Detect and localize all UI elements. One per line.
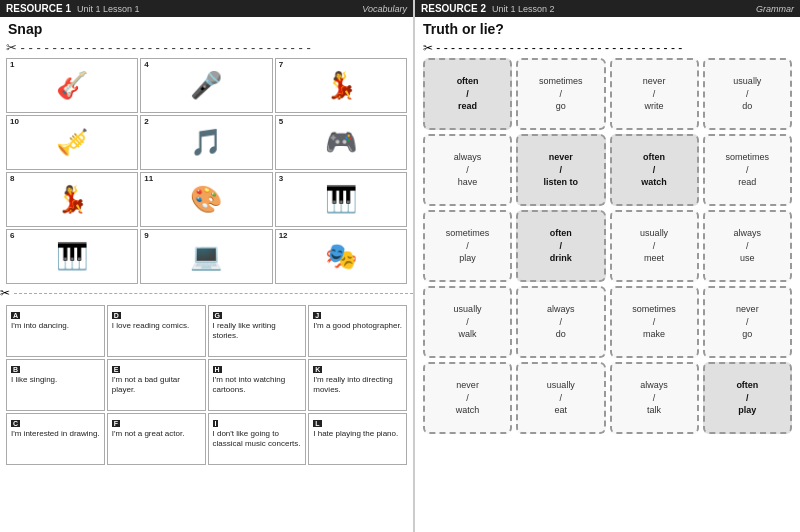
cell-number: 9 bbox=[144, 231, 148, 240]
snap-cell: 10🎺 bbox=[6, 115, 138, 170]
truth-cell: usually/walk bbox=[423, 286, 512, 358]
snap-grid: 1🎸4🎤7💃10🎺2🎵5🎮8💃11🎨3🎹6🎹9💻12🎭 bbox=[0, 56, 413, 286]
snap-cell: 4🎤 bbox=[140, 58, 272, 113]
right-page: RESOURCE 2 Unit 1 Lesson 2 Grammar Truth… bbox=[415, 0, 800, 532]
left-page: RESOURCE 1 Unit 1 Lesson 1 Vocabulary Sn… bbox=[0, 0, 415, 532]
snap-cell: 5🎮 bbox=[275, 115, 407, 170]
sentence-letter: K bbox=[313, 366, 322, 373]
truth-cell: often/read bbox=[423, 58, 512, 130]
truth-cell: usually/eat bbox=[516, 362, 605, 434]
cell-illustration: 🎨 bbox=[186, 180, 226, 220]
sentence-letter: F bbox=[112, 420, 120, 427]
sentence-cell: EI'm not a bad guitar player. bbox=[107, 359, 206, 411]
truth-cell-text: usually/eat bbox=[547, 379, 575, 417]
truth-cell-text: usually/meet bbox=[640, 227, 668, 265]
sentence-cell: KI'm really into directing movies. bbox=[308, 359, 407, 411]
truth-cell: often/play bbox=[703, 362, 792, 434]
cell-illustration: 🎵 bbox=[186, 123, 226, 163]
snap-cell: 9💻 bbox=[140, 229, 272, 284]
sentence-cell: JI'm a good photographer. bbox=[308, 305, 407, 357]
truth-cell-text: always/do bbox=[547, 303, 575, 341]
sentence-text: I really like writing stories. bbox=[213, 321, 302, 342]
cell-illustration: 🎤 bbox=[186, 66, 226, 106]
snap-title: Snap bbox=[0, 17, 413, 39]
cell-illustration: 💃 bbox=[52, 180, 92, 220]
cell-number: 2 bbox=[144, 117, 148, 126]
cell-illustration: 🎮 bbox=[321, 123, 361, 163]
truth-title: Truth or lie? bbox=[423, 21, 792, 37]
truth-cell: never/go bbox=[703, 286, 792, 358]
sentence-letter: J bbox=[313, 312, 321, 319]
sentence-letter: C bbox=[11, 420, 20, 427]
sentence-cell: BI like singing. bbox=[6, 359, 105, 411]
left-header: RESOURCE 1 Unit 1 Lesson 1 Vocabulary bbox=[0, 0, 413, 17]
sentence-text: I'm interested in drawing. bbox=[11, 429, 100, 439]
snap-cell: 1🎸 bbox=[6, 58, 138, 113]
truth-cell: usually/do bbox=[703, 58, 792, 130]
sentence-letter: I bbox=[213, 420, 219, 427]
sentence-text: I'm not a bad guitar player. bbox=[112, 375, 201, 396]
sentence-text: I'm not into watching cartoons. bbox=[213, 375, 302, 396]
truth-cell: sometimes/read bbox=[703, 134, 792, 206]
truth-cell-text: always/talk bbox=[640, 379, 668, 417]
cell-number: 11 bbox=[144, 174, 153, 183]
cell-number: 3 bbox=[279, 174, 283, 183]
cell-illustration: 🎭 bbox=[321, 237, 361, 277]
truth-cell-text: often/watch bbox=[641, 151, 667, 189]
cell-number: 4 bbox=[144, 60, 148, 69]
truth-grid: often/readsometimes/gonever/writeusually… bbox=[423, 58, 792, 434]
cell-number: 5 bbox=[279, 117, 283, 126]
sentences-grid: AI'm into dancing.DI love reading comics… bbox=[6, 305, 407, 465]
sentence-cell: HI'm not into watching cartoons. bbox=[208, 359, 307, 411]
cell-illustration: 🎹 bbox=[321, 180, 361, 220]
right-header: RESOURCE 2 Unit 1 Lesson 2 Grammar bbox=[415, 0, 800, 17]
sentence-cell: FI'm not a great actor. bbox=[107, 413, 206, 465]
scissors3-icon: ✂ - - - - - - - - - - - - - - - - - - - … bbox=[423, 41, 792, 55]
truth-cell-text: never/watch bbox=[456, 379, 480, 417]
sentence-cell: CI'm interested in drawing. bbox=[6, 413, 105, 465]
truth-cell-text: often/play bbox=[736, 379, 758, 417]
truth-cell-text: never/go bbox=[736, 303, 759, 341]
truth-cell-text: always/use bbox=[734, 227, 762, 265]
cell-number: 8 bbox=[10, 174, 14, 183]
sentence-cell: DI love reading comics. bbox=[107, 305, 206, 357]
truth-cell-text: never/write bbox=[643, 75, 666, 113]
sentence-letter: E bbox=[112, 366, 121, 373]
sentence-letter: L bbox=[313, 420, 321, 427]
sentence-letter: A bbox=[11, 312, 20, 319]
resource1-unit: Unit 1 Lesson 1 bbox=[77, 4, 140, 14]
resource2-category: Grammar bbox=[756, 4, 794, 14]
cell-number: 10 bbox=[10, 117, 19, 126]
scissors-icon: ✂ - - - - - - - - - - - - - - - - - - - … bbox=[0, 39, 413, 56]
resource2-label: RESOURCE 2 bbox=[421, 3, 486, 14]
truth-cell: never/write bbox=[610, 58, 699, 130]
truth-cell: sometimes/make bbox=[610, 286, 699, 358]
snap-cell: 11🎨 bbox=[140, 172, 272, 227]
truth-cell-text: sometimes/make bbox=[632, 303, 676, 341]
truth-cell: always/have bbox=[423, 134, 512, 206]
sentence-text: I love reading comics. bbox=[112, 321, 201, 331]
truth-cell: always/talk bbox=[610, 362, 699, 434]
truth-cell: often/watch bbox=[610, 134, 699, 206]
snap-cell: 7💃 bbox=[275, 58, 407, 113]
scissors2-icon: ✂ bbox=[0, 286, 10, 300]
sentence-text: I'm not a great actor. bbox=[112, 429, 201, 439]
sentences-section: AI'm into dancing.DI love reading comics… bbox=[0, 303, 413, 532]
cell-number: 12 bbox=[279, 231, 288, 240]
truth-cell: sometimes/go bbox=[516, 58, 605, 130]
truth-cell-text: often/read bbox=[457, 75, 479, 113]
sentences-divider: ✂ bbox=[0, 286, 413, 300]
cell-illustration: 💻 bbox=[186, 237, 226, 277]
truth-cell-text: often/drink bbox=[550, 227, 572, 265]
sentence-text: I don't like going to classical music co… bbox=[213, 429, 302, 450]
cell-illustration: 🎺 bbox=[52, 123, 92, 163]
cell-number: 7 bbox=[279, 60, 283, 69]
truth-cell-text: sometimes/read bbox=[726, 151, 770, 189]
truth-cell: never/listen to bbox=[516, 134, 605, 206]
cell-number: 1 bbox=[10, 60, 14, 69]
truth-cell: always/do bbox=[516, 286, 605, 358]
truth-cell-text: usually/walk bbox=[454, 303, 482, 341]
truth-cell: never/watch bbox=[423, 362, 512, 434]
snap-cell: 3🎹 bbox=[275, 172, 407, 227]
cell-number: 6 bbox=[10, 231, 14, 240]
